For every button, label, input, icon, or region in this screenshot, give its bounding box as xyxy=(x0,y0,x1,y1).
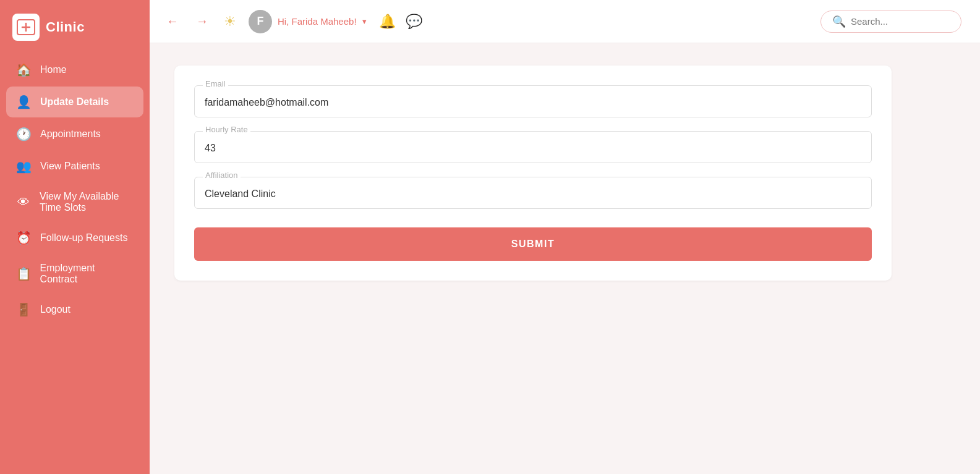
sidebar-item-appointments[interactable]: 🕐 Appointments xyxy=(6,119,143,150)
back-button[interactable]: ← xyxy=(162,12,183,31)
sidebar-item-update-details[interactable]: 👤 Update Details xyxy=(6,87,143,117)
email-label: Email xyxy=(203,79,228,88)
sidebar-item-logout[interactable]: 🚪 Logout xyxy=(6,294,143,325)
email-input[interactable] xyxy=(194,85,872,117)
search-icon: 🔍 xyxy=(832,15,846,28)
theme-icon: ☀ xyxy=(224,14,236,30)
content-area: Email Hourly Rate Affiliation SUBMIT xyxy=(150,43,980,474)
dropdown-arrow-icon: ▾ xyxy=(362,17,367,26)
sidebar-nav: 🏠 Home 👤 Update Details 🕐 Appointments 👥… xyxy=(0,54,150,474)
affiliation-field-group: Affiliation xyxy=(194,177,872,209)
home-icon: 🏠 xyxy=(16,62,32,77)
search-bar[interactable]: 🔍 xyxy=(820,11,961,33)
sidebar-label-home: Home xyxy=(40,64,67,75)
patients-icon: 👥 xyxy=(16,159,32,174)
affiliation-label: Affiliation xyxy=(203,171,241,180)
sidebar-item-view-time-slots[interactable]: 👁 View My Available Time Slots xyxy=(6,183,143,221)
app-title: Clinic xyxy=(46,19,85,35)
clock-icon: 🕐 xyxy=(16,127,32,142)
main-area: ← → ☀ F Hi, Farida Maheeb! ▾ 🔔 💬 🔍 Email xyxy=(150,0,980,474)
sidebar-label-time-slots: View My Available Time Slots xyxy=(40,191,134,213)
avatar: F xyxy=(249,10,272,33)
affiliation-input[interactable] xyxy=(194,177,872,209)
sidebar-label-follow-up: Follow-up Requests xyxy=(40,232,127,243)
sidebar: Clinic 🏠 Home 👤 Update Details 🕐 Appoint… xyxy=(0,0,150,474)
sidebar-label-view-patients: View Patients xyxy=(40,161,100,172)
logout-icon: 🚪 xyxy=(16,302,32,317)
form-card: Email Hourly Rate Affiliation SUBMIT xyxy=(174,66,892,281)
email-field-group: Email xyxy=(194,85,872,117)
message-icon[interactable]: 💬 xyxy=(406,14,422,30)
topbar-icons: 🔔 💬 xyxy=(379,14,422,30)
sidebar-label-employment-contract: Employment Contract xyxy=(40,263,134,285)
submit-button[interactable]: SUBMIT xyxy=(194,227,872,261)
person-icon: 👤 xyxy=(16,95,32,109)
topbar: ← → ☀ F Hi, Farida Maheeb! ▾ 🔔 💬 🔍 xyxy=(150,0,980,43)
hourly-rate-input[interactable] xyxy=(194,131,872,163)
hourly-rate-label: Hourly Rate xyxy=(203,125,250,134)
sidebar-logo: Clinic xyxy=(0,0,150,54)
eye-icon: 👁 xyxy=(16,195,31,209)
sidebar-label-logout: Logout xyxy=(40,304,70,315)
forward-button[interactable]: → xyxy=(192,12,213,31)
contract-icon: 📋 xyxy=(16,266,32,281)
sidebar-item-follow-up[interactable]: ⏰ Follow-up Requests xyxy=(6,222,143,253)
sidebar-item-view-patients[interactable]: 👥 View Patients xyxy=(6,151,143,182)
sidebar-item-employment-contract[interactable]: 📋 Employment Contract xyxy=(6,255,143,293)
hourly-rate-field-group: Hourly Rate xyxy=(194,131,872,163)
search-input[interactable] xyxy=(851,16,950,27)
logo-icon xyxy=(12,14,40,41)
notification-icon[interactable]: 🔔 xyxy=(379,14,396,30)
sidebar-label-update-details: Update Details xyxy=(40,96,109,108)
sidebar-label-appointments: Appointments xyxy=(40,129,101,140)
username-label: Hi, Farida Maheeb! xyxy=(278,16,357,27)
user-menu[interactable]: F Hi, Farida Maheeb! ▾ xyxy=(249,10,367,33)
alarm-icon: ⏰ xyxy=(16,231,32,245)
sidebar-item-home[interactable]: 🏠 Home xyxy=(6,54,143,85)
